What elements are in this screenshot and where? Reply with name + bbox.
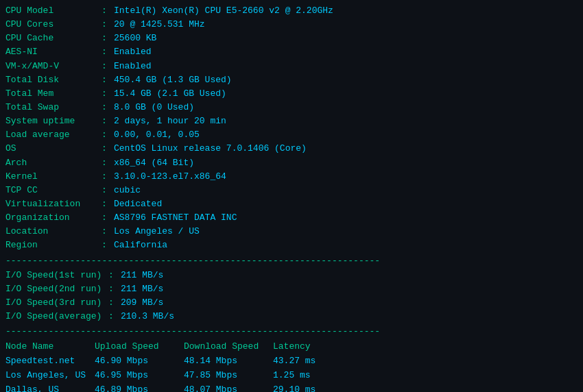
region-value: California <box>114 238 167 252</box>
table-header: Node Name Upload Speed Download Speed La… <box>5 339 578 354</box>
divider-1: ----------------------------------------… <box>5 256 578 266</box>
total-mem-label: Total Mem <box>5 87 102 101</box>
total-disk-label: Total Disk <box>5 73 102 87</box>
tcp-label: TCP CC <box>5 184 102 197</box>
io-run2-label: I/O Speed(2nd run) <box>5 282 108 296</box>
col-header-download: Download Speed <box>184 339 273 354</box>
kernel-value: 3.10.0-123.el7.x86_64 <box>114 170 226 184</box>
col-header-latency: Latency <box>273 339 342 354</box>
aes-ni-row: AES-NI : Enabled <box>5 45 578 59</box>
total-disk-row: Total Disk : 450.4 GB (1.3 GB Used) <box>5 73 578 87</box>
cell-node: Los Angeles, US <box>5 369 95 383</box>
vm-amd-label: VM-x/AMD-V <box>5 60 102 73</box>
io-avg-label: I/O Speed(average) <box>5 310 108 323</box>
load-row: Load average : 0.00, 0.01, 0.05 <box>5 128 578 142</box>
io-run1-label: I/O Speed(1st run) <box>5 269 108 282</box>
cpu-cache-row: CPU Cache : 25600 KB <box>5 32 578 45</box>
uptime-value: 2 days, 1 hour 20 min <box>114 114 226 128</box>
vm-amd-value: Enabled <box>114 60 152 73</box>
arch-label: Arch <box>5 156 102 170</box>
io-run3-row: I/O Speed(3rd run) : 209 MB/s <box>5 296 578 310</box>
io-avg-value: 210.3 MB/s <box>121 310 174 323</box>
load-value: 0.00, 0.01, 0.05 <box>114 128 200 142</box>
io-run1-value: 211 MB/s <box>121 269 163 282</box>
io-run2-value: 211 MB/s <box>121 282 163 296</box>
io-run1-row: I/O Speed(1st run) : 211 MB/s <box>5 269 578 282</box>
io-run3-label: I/O Speed(3rd run) <box>5 296 108 310</box>
col-header-upload: Upload Speed <box>95 339 184 354</box>
table-row: Los Angeles, US 46.95 Mbps 47.85 Mbps 1.… <box>5 369 578 383</box>
virt-row: Virtualization : Dedicated <box>5 197 578 211</box>
cpu-model-value: Intel(R) Xeon(R) CPU E5-2660 v2 @ 2.20GH… <box>114 4 333 18</box>
cell-latency: 29.10 ms <box>273 383 342 392</box>
os-label: OS <box>5 142 102 156</box>
virt-value: Dedicated <box>114 197 162 211</box>
cpu-cores-label: CPU Cores <box>5 18 102 32</box>
total-disk-value: 450.4 GB (1.3 GB Used) <box>114 73 232 87</box>
io-run2-row: I/O Speed(2nd run) : 211 MB/s <box>5 282 578 296</box>
vm-amd-row: VM-x/AMD-V : Enabled <box>5 60 578 73</box>
org-row: Organization : AS8796 FASTNET DATA INC <box>5 211 578 225</box>
location-label: Location <box>5 225 102 238</box>
table-row: Dallas, US 46.89 Mbps 48.07 Mbps 29.10 m… <box>5 383 578 392</box>
cell-download: 48.07 Mbps <box>184 383 273 392</box>
location-row: Location : Los Angeles / US <box>5 225 578 238</box>
total-swap-value: 8.0 GB (0 Used) <box>114 101 194 114</box>
cpu-model-row: CPU Model : Intel(R) Xeon(R) CPU E5-2660… <box>5 4 578 18</box>
cell-download: 48.14 Mbps <box>184 354 273 369</box>
arch-value: x86_64 (64 Bit) <box>114 156 194 170</box>
kernel-row: Kernel : 3.10.0-123.el7.x86_64 <box>5 170 578 184</box>
aes-ni-value: Enabled <box>114 45 152 59</box>
uptime-label: System uptime <box>5 114 102 128</box>
cell-upload: 46.89 Mbps <box>95 383 184 392</box>
org-label: Organization <box>5 211 102 225</box>
divider-2: ----------------------------------------… <box>5 326 578 336</box>
system-info: CPU Model : Intel(R) Xeon(R) CPU E5-2660… <box>5 4 578 253</box>
cell-latency: 1.25 ms <box>273 369 342 383</box>
tcp-value: cubic <box>114 184 141 197</box>
os-row: OS : CentOS Linux release 7.0.1406 (Core… <box>5 142 578 156</box>
uptime-row: System uptime : 2 days, 1 hour 20 min <box>5 114 578 128</box>
region-row: Region : California <box>5 238 578 252</box>
table-row: Speedtest.net 46.90 Mbps 48.14 Mbps 43.2… <box>5 354 578 369</box>
cell-upload: 46.90 Mbps <box>95 354 184 369</box>
col-header-node: Node Name <box>5 339 95 354</box>
total-swap-label: Total Swap <box>5 101 102 114</box>
cpu-cache-value: 25600 KB <box>114 32 156 45</box>
cell-node: Speedtest.net <box>5 354 95 369</box>
cpu-cache-label: CPU Cache <box>5 32 102 45</box>
cpu-model-label: CPU Model <box>5 4 102 18</box>
org-value: AS8796 FASTNET DATA INC <box>114 211 237 225</box>
virt-label: Virtualization <box>5 197 102 211</box>
aes-ni-label: AES-NI <box>5 45 102 59</box>
total-mem-value: 15.4 GB (2.1 GB Used) <box>114 87 226 101</box>
speed-table: Node Name Upload Speed Download Speed La… <box>5 339 578 392</box>
cell-latency: 43.27 ms <box>273 354 342 369</box>
total-mem-row: Total Mem : 15.4 GB (2.1 GB Used) <box>5 87 578 101</box>
cell-node: Dallas, US <box>5 383 95 392</box>
cpu-cores-row: CPU Cores : 20 @ 1425.531 MHz <box>5 18 578 32</box>
cell-download: 47.85 Mbps <box>184 369 273 383</box>
tcp-row: TCP CC : cubic <box>5 184 578 197</box>
cell-upload: 46.95 Mbps <box>95 369 184 383</box>
arch-row: Arch : x86_64 (64 Bit) <box>5 156 578 170</box>
total-swap-row: Total Swap : 8.0 GB (0 Used) <box>5 101 578 114</box>
io-section: I/O Speed(1st run) : 211 MB/s I/O Speed(… <box>5 269 578 324</box>
cpu-cores-value: 20 @ 1425.531 MHz <box>114 18 205 32</box>
io-run3-value: 209 MB/s <box>121 296 163 310</box>
os-value: CentOS Linux release 7.0.1406 (Core) <box>114 142 307 156</box>
table-body: Speedtest.net 46.90 Mbps 48.14 Mbps 43.2… <box>5 354 578 392</box>
location-value: Los Angeles / US <box>114 225 200 238</box>
region-label: Region <box>5 238 102 252</box>
io-avg-row: I/O Speed(average) : 210.3 MB/s <box>5 310 578 323</box>
load-label: Load average <box>5 128 102 142</box>
kernel-label: Kernel <box>5 170 102 184</box>
